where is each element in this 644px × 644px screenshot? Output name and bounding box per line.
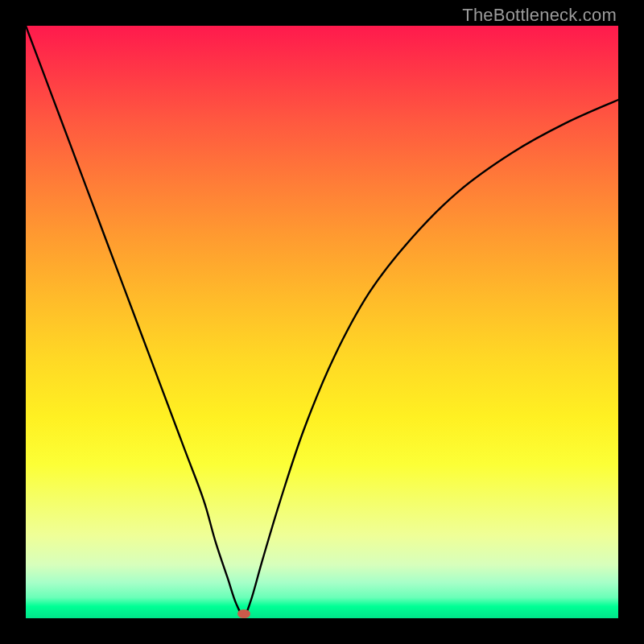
bottleneck-curve	[26, 26, 618, 618]
plot-area	[26, 26, 618, 618]
watermark-text: TheBottleneck.com	[462, 5, 617, 26]
optimal-point-marker	[237, 609, 250, 618]
chart-frame: TheBottleneck.com	[0, 0, 644, 644]
